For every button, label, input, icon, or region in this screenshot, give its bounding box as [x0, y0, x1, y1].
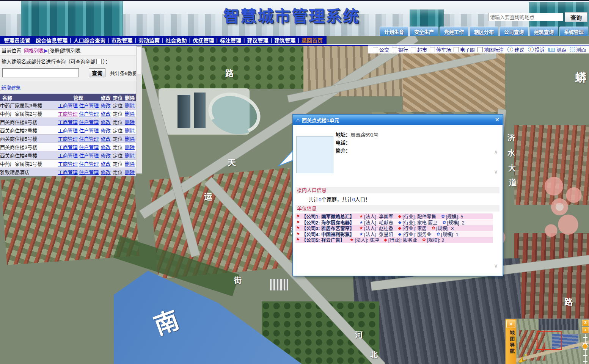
delete-link[interactable]: 删除	[125, 161, 135, 167]
legal-person: [法人]: 陈冲	[355, 236, 379, 243]
menu-item-7[interactable]: 优抚管理	[193, 36, 214, 44]
layer-checkbox-6[interactable]	[477, 47, 483, 52]
manage-business-link[interactable]: 工商管理	[58, 161, 78, 167]
manage-resident-link[interactable]: 住户管理	[79, 144, 99, 150]
layer-checkbox-label: 银行	[398, 46, 408, 53]
header-tab-1[interactable]: 计划生育	[380, 27, 408, 36]
header-tab-6[interactable]: 建筑查询	[529, 27, 558, 36]
manage-resident-link[interactable]: 住户管理	[79, 119, 99, 125]
scroll-up-icon[interactable]: ∧	[494, 149, 498, 155]
header-tab-2[interactable]: 安全生产	[410, 27, 438, 36]
manage-resident-link[interactable]: 住户管理	[79, 136, 99, 142]
locate-link[interactable]: 定位	[113, 119, 123, 125]
building-info-fields: 地址：周园路591号 电话： 简介：	[336, 132, 379, 155]
menu-item-5[interactable]: 劳动监察	[138, 36, 160, 44]
delete-link[interactable]: 删除	[125, 119, 135, 125]
edit-link[interactable]: 修改	[101, 144, 111, 150]
locate-link[interactable]: 定位	[113, 128, 123, 133]
delete-link[interactable]: 删除	[125, 169, 135, 175]
map-search-input[interactable]	[488, 13, 563, 21]
map-search-button[interactable]: 查询	[565, 12, 587, 22]
scroll-down-icon[interactable]: ∨	[494, 263, 498, 268]
locate-link[interactable]: 定位	[113, 161, 123, 167]
menu-item-8[interactable]: 标注管理	[220, 36, 241, 44]
sidebar-scrollbar-thumb[interactable]	[137, 46, 141, 74]
manage-resident-link[interactable]: 住户管理	[79, 111, 99, 117]
toolbar-action-1[interactable]: !建议	[507, 46, 524, 53]
menu-item-home[interactable]: 退回首页	[302, 36, 323, 44]
minimap-expand-icon[interactable]: »	[506, 320, 515, 328]
menu-item-2[interactable]: 综合信息管理	[36, 36, 68, 44]
locate-link[interactable]: 定位	[113, 144, 123, 150]
edit-link[interactable]: 修改	[101, 111, 111, 117]
menu-item-4[interactable]: 市政管理	[111, 36, 132, 44]
locate-link[interactable]: 定位	[113, 136, 123, 142]
menu-item-9[interactable]: 建议管理	[247, 36, 268, 44]
manage-resident-link[interactable]: 住户管理	[79, 161, 99, 167]
delete-link[interactable]: 删除	[125, 111, 135, 117]
header-tab-4[interactable]: 辖区分布	[470, 27, 498, 36]
manage-business-link[interactable]: 工商管理	[58, 128, 78, 133]
manage-resident-link[interactable]: 住户管理	[79, 153, 99, 158]
zoom-in-button[interactable]: +	[582, 327, 589, 333]
locate-link[interactable]: 定位	[113, 169, 123, 175]
manage-business-link[interactable]: 工商管理	[58, 136, 78, 142]
toolbar-action-3[interactable]: 测距	[548, 46, 566, 53]
delete-link[interactable]: 删除	[125, 153, 135, 158]
building-table-row: 西关商住楼9号楼工商管理 住户管理修改定位删除	[0, 118, 136, 126]
sidebar-scrollbar[interactable]	[136, 46, 142, 173]
location-label: 当前位置:	[2, 48, 23, 53]
query-all-checkbox[interactable]	[96, 59, 102, 64]
menu-item-6[interactable]: 社会救助	[166, 36, 187, 44]
edit-link[interactable]: 修改	[101, 153, 111, 158]
building-search-button[interactable]: 查询	[89, 68, 105, 77]
manage-resident-link[interactable]: 住户管理	[79, 103, 99, 108]
delete-link[interactable]: 删除	[125, 103, 135, 108]
manage-resident-link[interactable]: 住户管理	[79, 128, 99, 133]
edit-link[interactable]: 修改	[101, 119, 111, 125]
layer-checkbox-4[interactable]	[430, 47, 435, 52]
layer-checkbox-3[interactable]	[411, 47, 416, 52]
toolbar-action-2[interactable]: !投诉	[528, 46, 545, 53]
layer-checkbox-5[interactable]	[454, 47, 459, 52]
manage-business-link[interactable]: 工商管理	[58, 169, 78, 175]
edit-link[interactable]: 修改	[101, 128, 111, 133]
header-tab-3[interactable]: 党建工作	[440, 27, 468, 36]
locate-link[interactable]: 定位	[113, 153, 123, 158]
menu-separator: |	[216, 37, 218, 43]
manage-business-link[interactable]: 工商管理	[58, 111, 78, 117]
delete-link[interactable]: 删除	[125, 144, 135, 150]
edit-cell: 修改	[100, 143, 112, 151]
layer-checkbox-1[interactable]	[373, 47, 378, 52]
manage-business-link[interactable]: 工商管理	[58, 103, 78, 108]
menu-item-1[interactable]: 管理员设置	[4, 36, 30, 44]
manage-resident-link[interactable]: 住户管理	[79, 169, 99, 175]
scroll-down-icon[interactable]: ∨	[494, 169, 498, 174]
header-tab-5[interactable]: 公司查询	[499, 27, 528, 36]
locate-link[interactable]: 定位	[113, 111, 123, 117]
layer-checkbox-2[interactable]	[392, 47, 397, 52]
close-icon[interactable]: ✕	[495, 116, 499, 123]
breadcrumb-grid-list-link[interactable]: 网格列表	[24, 48, 44, 53]
header-tab-7[interactable]: 系统管理	[559, 27, 588, 36]
road-label: 路	[564, 295, 573, 307]
menu-item-10[interactable]: 建筑管理	[274, 36, 295, 44]
locate-link[interactable]: 定位	[113, 103, 123, 108]
manage-business-link[interactable]: 工商管理	[58, 153, 78, 158]
edit-link[interactable]: 修改	[101, 103, 111, 108]
delete-link[interactable]: 删除	[125, 136, 135, 142]
minimap-viewport-rect[interactable]	[537, 331, 562, 350]
table-header-2: 管理	[57, 94, 100, 101]
edit-link[interactable]: 修改	[101, 136, 111, 142]
delete-link[interactable]: 删除	[125, 128, 135, 133]
map-park-area	[141, 46, 304, 89]
toolbar-action-4[interactable]: 测面	[570, 46, 586, 53]
minimap-image[interactable]: N	[516, 319, 581, 364]
manage-business-link[interactable]: 工商管理	[58, 119, 78, 125]
edit-link[interactable]: 修改	[101, 161, 111, 167]
add-building-link[interactable]: 新增建筑	[1, 85, 21, 91]
manage-business-link[interactable]: 工商管理	[58, 144, 78, 150]
menu-item-3[interactable]: 人口综合查询	[74, 36, 105, 44]
building-search-input[interactable]	[2, 68, 79, 77]
edit-link[interactable]: 修改	[101, 169, 111, 175]
